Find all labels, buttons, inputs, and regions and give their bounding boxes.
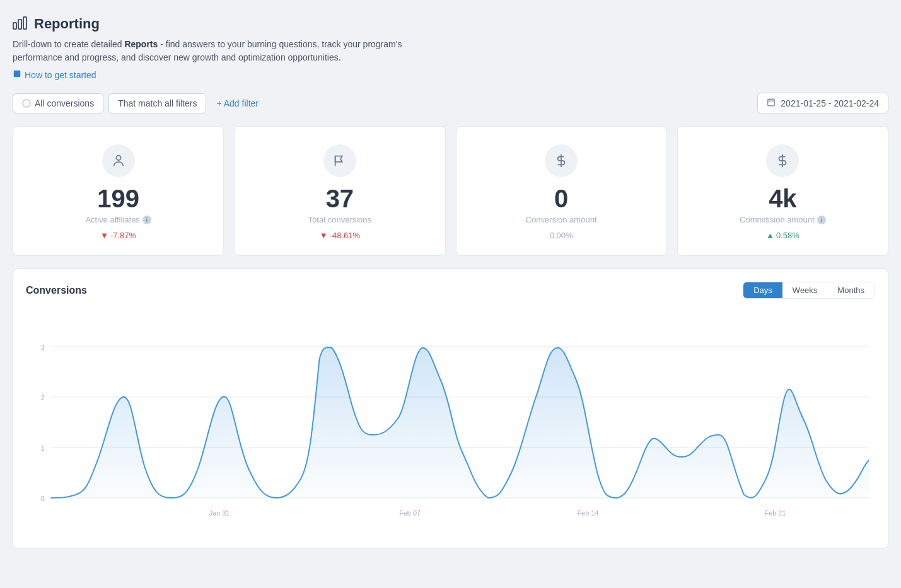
book-icon bbox=[13, 69, 21, 80]
time-toggle: Days Weeks Months bbox=[743, 282, 875, 299]
info-icon: i bbox=[142, 216, 151, 224]
conversions-change: ▼ -48.61% bbox=[320, 231, 360, 240]
weeks-button[interactable]: Weeks bbox=[782, 282, 828, 298]
filter-bar: All conversions That match all filters +… bbox=[13, 93, 888, 113]
add-filter-button[interactable]: + Add filter bbox=[211, 94, 264, 113]
chart-header: Conversions Days Weeks Months bbox=[26, 282, 875, 299]
conversions-chart: 0 1 2 3 Jan 31 bbox=[26, 309, 875, 536]
svg-text:3: 3 bbox=[41, 343, 45, 351]
down-arrow-icon: ▼ bbox=[100, 231, 108, 240]
commission-change: ▲ 0.58% bbox=[766, 231, 799, 240]
chart-title: Conversions bbox=[26, 285, 87, 296]
date-range-button[interactable]: 2021-01-25 - 2021-02-24 bbox=[757, 93, 888, 113]
svg-point-8 bbox=[116, 156, 120, 160]
svg-text:Feb 07: Feb 07 bbox=[399, 509, 421, 517]
page-header: Reporting bbox=[13, 15, 888, 33]
conversion-amount-change: 0.00% bbox=[550, 231, 573, 240]
match-all-filters[interactable]: That match all filters bbox=[108, 93, 206, 113]
affiliates-value: 199 bbox=[97, 186, 139, 211]
dollar-icon-1 bbox=[545, 144, 578, 177]
info-icon-2: i bbox=[817, 216, 826, 224]
stat-card-conversions: 37 Total conversions ▼ -48.61% bbox=[234, 126, 445, 256]
affiliates-label: Active affiliates i bbox=[85, 215, 151, 224]
radio-icon bbox=[22, 99, 31, 108]
conversions-label: Total conversions bbox=[308, 215, 371, 224]
stat-card-affiliates: 199 Active affiliates i ▼ -7.87% bbox=[13, 126, 224, 256]
svg-rect-2 bbox=[23, 17, 26, 29]
page-description: Drill-down to create detailed Reports - … bbox=[13, 38, 404, 64]
stats-grid: 199 Active affiliates i ▼ -7.87% 37 Tota… bbox=[13, 126, 888, 256]
svg-text:Feb 14: Feb 14 bbox=[577, 509, 598, 517]
svg-rect-4 bbox=[768, 99, 775, 106]
chart-area: 0 1 2 3 Jan 31 bbox=[26, 309, 875, 536]
conversion-amount-label: Conversion amount bbox=[526, 215, 597, 224]
svg-rect-0 bbox=[13, 23, 16, 29]
svg-text:1: 1 bbox=[41, 444, 45, 452]
how-to-link[interactable]: How to get started bbox=[13, 69, 96, 80]
dollar-icon-2 bbox=[766, 144, 799, 177]
chart-card: Conversions Days Weeks Months 0 1 2 3 bbox=[13, 268, 888, 549]
conversions-value: 37 bbox=[326, 186, 354, 211]
svg-text:2: 2 bbox=[41, 394, 45, 401]
svg-text:Jan 31: Jan 31 bbox=[209, 509, 230, 517]
stat-card-conversion-amount: 0 Conversion amount 0.00% bbox=[456, 126, 667, 256]
affiliates-change: ▼ -7.87% bbox=[100, 231, 136, 240]
bar-chart-icon bbox=[13, 15, 28, 33]
svg-rect-3 bbox=[14, 71, 21, 78]
up-arrow-icon: ▲ bbox=[766, 231, 774, 240]
person-icon bbox=[102, 144, 135, 177]
commission-label: Commission amount i bbox=[740, 215, 826, 224]
all-conversions-filter[interactable]: All conversions bbox=[13, 93, 103, 113]
calendar-icon bbox=[767, 98, 776, 108]
flag-icon bbox=[323, 144, 356, 177]
commission-value: 4k bbox=[769, 186, 797, 211]
days-button[interactable]: Days bbox=[743, 282, 782, 298]
svg-text:Feb 21: Feb 21 bbox=[765, 509, 786, 517]
months-button[interactable]: Months bbox=[827, 282, 875, 298]
page-title: Reporting bbox=[34, 16, 100, 32]
svg-text:0: 0 bbox=[41, 495, 45, 502]
down-arrow-icon: ▼ bbox=[320, 231, 328, 240]
stat-card-commission: 4k Commission amount i ▲ 0.58% bbox=[677, 126, 888, 256]
svg-rect-1 bbox=[18, 20, 21, 29]
conversion-amount-value: 0 bbox=[554, 186, 568, 211]
